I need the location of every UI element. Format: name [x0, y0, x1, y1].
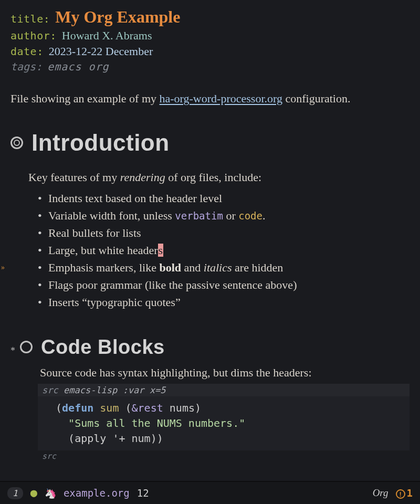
list-item: » Emphasis markers, like bold and italic…	[38, 259, 410, 276]
src-begin-line: src emacs-lisp :var x=5	[38, 384, 410, 396]
mode-icon: 🦄	[45, 488, 56, 499]
modeline[interactable]: 1 ● 🦄 example.org 12 Org !1	[0, 481, 420, 504]
buffer-filename[interactable]: example.org	[64, 487, 130, 499]
section-introduction: Key features of my rendering of org file…	[28, 171, 410, 311]
list-item: Real bullets for lists	[38, 224, 410, 242]
line-number: 12	[137, 487, 149, 499]
list-item: Variable width font, unless verbatim or …	[38, 207, 410, 224]
flycheck-warning[interactable]: !1	[396, 487, 413, 499]
list-item: Flags poor grammar (like the passive sen…	[38, 276, 410, 293]
list-item: Inserts “typographic quotes”	[38, 293, 410, 311]
src-block-wrap: Source code has syntax highlighting, but…	[38, 366, 410, 462]
tags-key: tags:	[10, 60, 42, 73]
window-number[interactable]: 1	[7, 487, 23, 499]
src-code-body[interactable]: (defun sum (&rest nums) "Sums all the NU…	[38, 396, 410, 450]
list-item: Indents text based on the header level	[38, 190, 410, 207]
date-key: date:	[10, 45, 44, 58]
fringe-marker-icon: »	[1, 262, 5, 273]
meta-title-line: title: My Org Example	[10, 7, 410, 27]
title-key: title:	[10, 13, 50, 25]
src-end-line: src	[38, 450, 410, 462]
author-value: Howard X. Abrams	[62, 29, 152, 43]
heading-code-blocks[interactable]: * Code Blocks	[20, 336, 410, 359]
date-value: 2023-12-22 December	[49, 45, 153, 58]
intro-line: Key features of my rendering of org file…	[28, 171, 410, 184]
warning-icon: !	[396, 489, 405, 499]
org-star-icon: *	[10, 345, 15, 356]
list-item: Large, but white headers	[38, 242, 410, 259]
src-intro-text: Source code has syntax highlighting, but…	[40, 366, 410, 380]
intro-paragraph: File showing an example of my ha-org-wor…	[10, 91, 410, 107]
editor-buffer[interactable]: title: My Org Example author: Howard X. …	[0, 0, 420, 481]
tags-value: emacs org	[47, 60, 109, 73]
author-key: author:	[10, 29, 57, 42]
heading-introduction[interactable]: Introduction	[10, 130, 410, 156]
feature-list: Indents text based on the header level V…	[38, 190, 410, 311]
heading-1-text: Introduction	[32, 130, 170, 156]
doc-title: My Org Example	[55, 7, 180, 27]
text-cursor: s	[158, 244, 164, 257]
meta-author-line: author: Howard X. Abrams	[10, 29, 410, 43]
heading-bullet-icon	[20, 341, 33, 353]
meta-date-line: date: 2023-12-22 December	[10, 45, 410, 58]
heading-2-text: Code Blocks	[41, 336, 165, 359]
major-mode[interactable]: Org	[373, 487, 388, 499]
meta-tags-line: tags: emacs org	[10, 60, 410, 73]
heading-bullet-icon	[10, 136, 23, 149]
config-link[interactable]: ha-org-word-processor.org	[160, 92, 282, 105]
